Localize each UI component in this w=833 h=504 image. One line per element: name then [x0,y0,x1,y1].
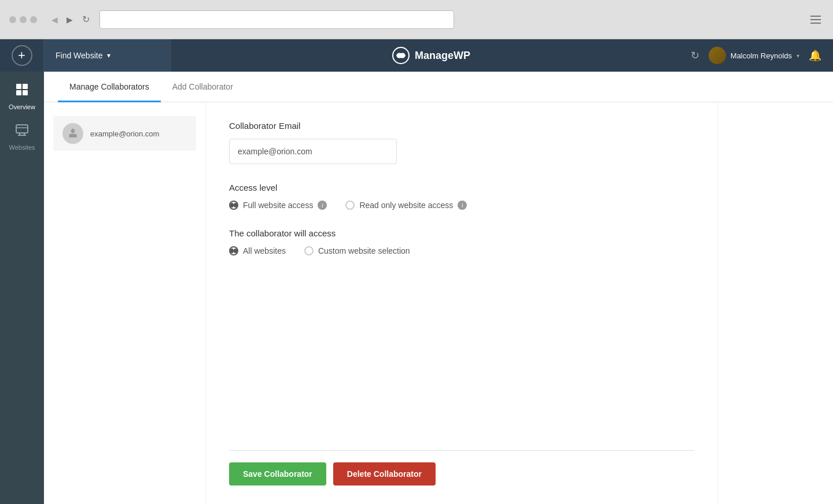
access-level-section: Access level Full website access i [229,183,694,210]
all-websites-label: All websites [243,246,286,255]
radio-btn-full[interactable] [229,201,238,210]
svg-rect-1 [16,84,21,89]
radio-btn-all-websites[interactable] [229,246,238,255]
radio-readonly-access[interactable]: Read only website access i [345,201,467,210]
sidebar-item-overview-label: Overview [9,103,35,110]
collaborators-list: example@orion.com [44,102,206,504]
forward-button[interactable]: ▶ [64,14,75,25]
top-nav-center: ManageWP [171,46,691,65]
full-access-info-icon[interactable]: i [318,201,327,210]
traffic-light-1 [9,16,16,23]
right-panel [717,102,833,504]
radio-full-access[interactable]: Full website access i [229,201,327,210]
radio-custom-selection[interactable]: Custom website selection [304,246,410,255]
brand-logo: ManageWP [392,46,470,65]
readonly-access-label: Read only website access [359,201,453,210]
browser-menu-button[interactable] [808,12,824,28]
notification-button[interactable]: 🔔 [809,49,821,62]
delete-collaborator-button[interactable]: Delete Collaborator [333,462,436,486]
browser-refresh-button[interactable]: ↻ [79,13,93,27]
tabs-bar: Manage Collaborators Add Collaborator [44,72,833,102]
sync-button[interactable]: ↻ [691,49,699,62]
back-button[interactable]: ◀ [49,14,60,25]
svg-rect-5 [16,125,28,133]
readonly-access-info-icon[interactable]: i [458,201,467,210]
access-level-radio-group: Full website access i Read only website … [229,201,694,210]
top-nav: + Find Website ▾ ManageWP ↻ Malcolm Reyn… [0,39,833,72]
form-content: example@orion.com Collaborator Email Acc… [44,102,833,504]
browser-chrome: ◀ ▶ ↻ [0,0,833,39]
traffic-lights [9,16,37,23]
find-website-section[interactable]: Find Website ▾ [44,39,171,72]
email-label: Collaborator Email [229,121,694,131]
access-scope-radio-group: All websites Custom website selection [229,246,694,255]
user-dropdown-arrow[interactable]: ▾ [797,53,799,59]
edit-form: Collaborator Email Access level Full web… [206,102,717,504]
access-level-label: Access level [229,183,694,192]
radio-btn-readonly[interactable] [345,201,355,210]
sidebar: Overview Websites [0,72,44,504]
sidebar-item-overview[interactable]: Overview [0,76,44,117]
avatar-image [709,47,726,64]
sidebar-item-websites[interactable]: Websites [0,117,44,157]
full-access-label: Full website access [243,201,313,210]
find-website-label: Find Website [56,51,102,60]
form-buttons: Save Collaborator Delete Collaborator [229,450,694,486]
svg-rect-3 [16,90,21,95]
collaborator-avatar [62,123,83,144]
app-wrapper: + Find Website ▾ ManageWP ↻ Malcolm Reyn… [0,39,833,504]
traffic-light-3 [30,16,37,23]
traffic-light-2 [20,16,27,23]
websites-icon [15,123,29,140]
brand-name: ManageWP [415,50,470,62]
collaborator-item[interactable]: example@orion.com [53,116,196,151]
svg-rect-10 [71,134,75,135]
find-website-dropdown-arrow[interactable]: ▾ [107,51,110,60]
user-avatar [709,47,726,64]
top-nav-right: ↻ Malcolm Reynolds ▾ 🔔 [691,47,833,64]
radio-all-websites[interactable]: All websites [229,246,286,255]
will-access-section: The collaborator will access All website… [229,228,694,255]
top-nav-left: + [0,39,44,72]
brand-logo-icon [392,46,410,65]
svg-rect-2 [23,84,28,89]
email-section: Collaborator Email [229,121,694,164]
collaborator-email: example@orion.com [90,129,159,138]
tab-manage-collaborators[interactable]: Manage Collaborators [58,72,161,102]
svg-rect-4 [23,90,28,95]
overview-icon [15,83,29,100]
main-layout: Overview Websites [0,72,833,504]
sidebar-item-websites-label: Websites [9,144,35,151]
user-name: Malcolm Reynolds [731,51,792,60]
save-collaborator-button[interactable]: Save Collaborator [229,462,326,486]
will-access-label: The collaborator will access [229,228,694,238]
browser-nav-buttons: ◀ ▶ ↻ [49,13,93,27]
add-website-button[interactable]: + [12,45,32,66]
custom-selection-label: Custom website selection [318,246,410,255]
content-area: Manage Collaborators Add Collaborator [44,72,833,504]
tab-add-collaborator[interactable]: Add Collaborator [161,72,245,102]
radio-btn-custom[interactable] [304,246,314,255]
email-input[interactable] [229,139,397,164]
address-bar[interactable] [99,10,454,29]
user-section[interactable]: Malcolm Reynolds ▾ [709,47,799,64]
